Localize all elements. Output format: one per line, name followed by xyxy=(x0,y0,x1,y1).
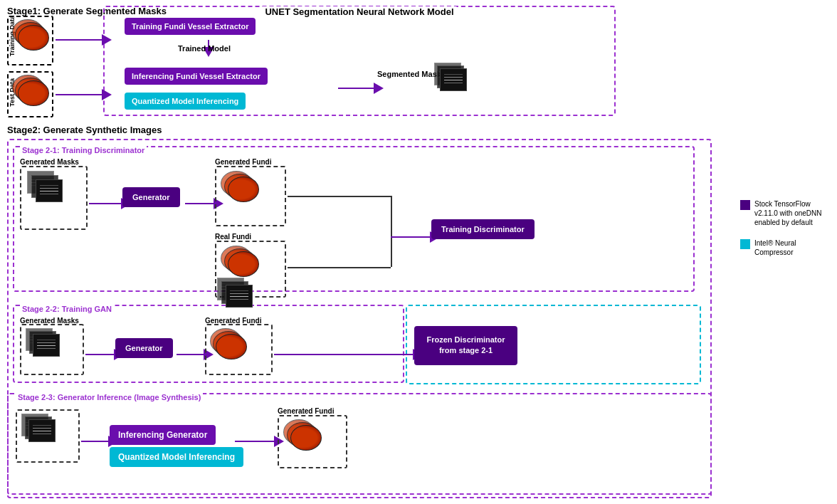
line-genfundi-to-disc xyxy=(288,196,391,197)
trained-model-label: Trained Model xyxy=(178,44,231,53)
infer-gen-label: Inferencing Generator xyxy=(110,425,216,445)
gen-masks-22-box xyxy=(20,324,84,375)
arrow-test-to-unet xyxy=(56,89,112,100)
gen-masks-21-label: Generated Masks xyxy=(20,158,79,166)
legend-item-2: Intel® Neural Compressor xyxy=(740,238,833,257)
frozen-disc-label: Frozen Discriminator from stage 2-1 xyxy=(426,335,505,355)
legend-item-1: Stock TensorFlow v2.11.0 with oneDNN ena… xyxy=(740,199,833,227)
gen-fundi-23-box xyxy=(278,415,347,468)
generator-22-label: Generator xyxy=(115,338,173,358)
quantized-23-box: Quantized Model Inferencing xyxy=(110,447,243,467)
infer-vessel-box: Inferencing Fundi Vessel Extractor xyxy=(125,68,268,85)
training-disc-label: Training Discriminator xyxy=(431,219,535,239)
legend-box: Stock TensorFlow v2.11.0 with oneDNN ena… xyxy=(740,199,833,268)
quantized-label: Quantized Model Inferencing xyxy=(125,93,246,110)
line-realfundi-to-disc xyxy=(288,267,391,268)
legend-text-1: Stock TensorFlow v2.11.0 with oneDNN ena… xyxy=(754,199,833,227)
training-disc-box: Training Discriminator xyxy=(431,219,535,239)
stage23-title: Stage 2-3: Generator Inference (Image Sy… xyxy=(16,393,203,401)
arrow-to-segmented xyxy=(338,83,384,94)
generator-21-box: Generator xyxy=(122,187,180,207)
unet-title: UNET Segmentation Neural Network Model xyxy=(262,6,456,17)
quantized-23-label: Quantized Model Inferencing xyxy=(110,447,243,467)
gen-fundi-21-label: Generated Fundi xyxy=(215,158,271,166)
generator-21-label: Generator xyxy=(122,187,180,207)
infer-vessel-label: Inferencing Fundi Vessel Extractor xyxy=(125,68,268,85)
arrow-training-to-unet xyxy=(56,34,112,46)
quantized-box: Quantized Model Inferencing xyxy=(125,93,246,110)
stage21-title: Stage 2-1: Training Discriminator xyxy=(20,146,147,154)
arrow-genfundi-to-frozen xyxy=(274,349,423,360)
generator-22-box: Generator xyxy=(115,338,173,358)
stage21-box xyxy=(13,146,695,292)
gen-fundi-21-box xyxy=(215,166,286,226)
gen-fundi-22-box xyxy=(205,324,273,375)
train-vessel-label: Training Fundi Vessel Extractor xyxy=(125,18,256,35)
legend-text-2: Intel® Neural Compressor xyxy=(754,238,833,257)
legend-square-purple xyxy=(740,200,750,210)
stage2-title: Stage2: Generate Synthetic Images xyxy=(7,125,162,135)
train-vessel-box: Training Fundi Vessel Extractor xyxy=(125,18,256,35)
gen-fundi-23-label: Generated Fundi xyxy=(278,407,334,415)
infer-gen-box: Inferencing Generator xyxy=(110,425,216,445)
frozen-disc-box: Frozen Discriminator from stage 2-1 xyxy=(414,326,517,365)
main-container: Stage1: Generate Segmented Masks UNET Se… xyxy=(0,0,837,504)
stage22-title: Stage 2-2: Training GAN xyxy=(20,305,114,313)
arrow-stage23-output xyxy=(235,436,284,447)
legend-square-cyan xyxy=(740,239,750,249)
gen-masks-21-box xyxy=(20,166,88,230)
real-fundi-label: Real Fundi xyxy=(215,233,251,241)
stage23-input-box xyxy=(16,409,80,463)
